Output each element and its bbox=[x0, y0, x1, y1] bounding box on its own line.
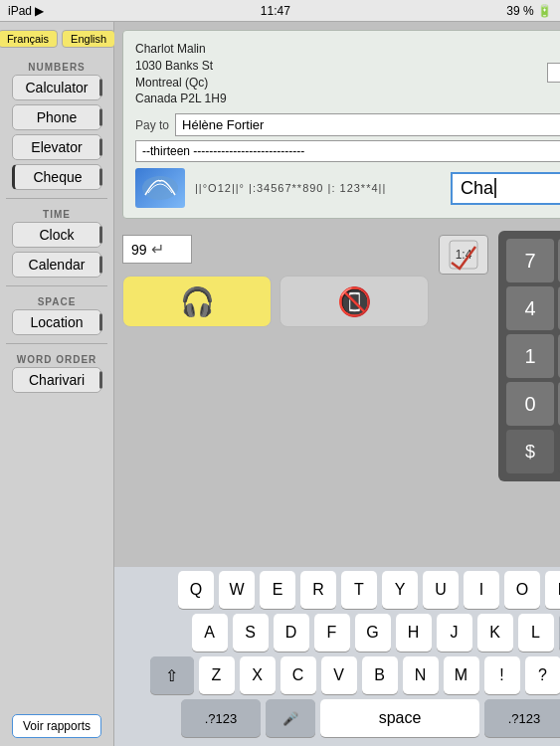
kb-row-1: Q W E R T Y U I O P ⌫ bbox=[116, 571, 560, 609]
check-area: Charlot Malin 1030 Banks St Montreal (Qc… bbox=[122, 30, 560, 219]
key-exclaim[interactable]: ! bbox=[484, 656, 520, 694]
status-right: 39 % 🔋 bbox=[506, 4, 552, 18]
status-left: iPad ▶ bbox=[8, 4, 44, 18]
key-x[interactable]: X bbox=[240, 656, 276, 694]
key-e[interactable]: E bbox=[260, 571, 295, 609]
key-g[interactable]: G bbox=[355, 614, 391, 652]
numpad-dollar[interactable]: $ bbox=[506, 430, 554, 473]
payto-label: Pay to bbox=[135, 118, 169, 132]
sidebar-phone[interactable]: Phone bbox=[12, 104, 101, 130]
section-space-label: SPACE bbox=[0, 296, 113, 307]
key-mic[interactable]: 🎤 bbox=[266, 699, 315, 737]
sidebar-clock[interactable]: Clock bbox=[12, 222, 101, 248]
check-address: Charlot Malin 1030 Banks St Montreal (Qc… bbox=[135, 41, 560, 107]
main-layout: Français English NUMBERS Calculator Phon… bbox=[0, 22, 560, 746]
check-addr3: Canada P2L 1H9 bbox=[135, 91, 560, 107]
numpad-1[interactable]: 1 bbox=[506, 334, 554, 378]
key-q[interactable]: Q bbox=[178, 571, 214, 609]
numpad-0[interactable]: 0 bbox=[506, 382, 554, 426]
key-a[interactable]: A bbox=[192, 614, 228, 652]
content-wrapper: Charlot Malin 1030 Banks St Montreal (Qc… bbox=[114, 22, 560, 746]
key-num-toggle-right[interactable]: .?123 bbox=[484, 699, 560, 737]
divider-1 bbox=[6, 198, 108, 199]
sidebar-elevator[interactable]: Elevator bbox=[12, 134, 101, 160]
key-p[interactable]: P bbox=[545, 571, 560, 609]
num-input-value: 99 bbox=[131, 242, 147, 258]
lang-buttons: Français English bbox=[0, 30, 115, 48]
number-input-box[interactable]: 99 ↵ bbox=[122, 235, 192, 264]
section-time-label: TIME bbox=[0, 209, 113, 220]
lang-en-button[interactable]: English bbox=[62, 30, 115, 48]
key-i[interactable]: I bbox=[464, 571, 499, 609]
arrow-symbol: ↵ bbox=[151, 240, 164, 259]
sidebar-charivari[interactable]: Charivari bbox=[12, 367, 101, 393]
status-bar: iPad ▶ 11:47 39 % 🔋 bbox=[0, 0, 560, 22]
key-z[interactable]: Z bbox=[199, 656, 235, 694]
section-wordorder-label: WORD ORDER bbox=[0, 354, 113, 365]
sidebar-calendar[interactable]: Calendar bbox=[12, 252, 101, 278]
svg-point-0 bbox=[142, 176, 178, 200]
key-h[interactable]: H bbox=[396, 614, 432, 652]
key-l[interactable]: L bbox=[518, 614, 554, 652]
text-cursor bbox=[494, 178, 496, 198]
written-amount-field[interactable]: --thirteen ---------------------------- bbox=[135, 140, 560, 162]
kb-row-4: .?123 🎤 space .?123 ⌨ bbox=[116, 699, 560, 737]
key-o[interactable]: O bbox=[504, 571, 540, 609]
check-name: Charlot Malin bbox=[135, 41, 560, 58]
check-mark-icon: 1:4 bbox=[448, 239, 479, 271]
camera-crossed-button[interactable]: 📵 bbox=[280, 276, 429, 327]
check-logo-row: ||°O12||° |:34567**890 |: 123**4|| Cha bbox=[135, 168, 560, 208]
key-j[interactable]: J bbox=[437, 614, 472, 652]
bank-logo bbox=[135, 168, 185, 208]
key-n[interactable]: N bbox=[403, 656, 439, 694]
check-date-field[interactable]: August 15, 2013 bbox=[547, 63, 560, 83]
key-w[interactable]: W bbox=[219, 571, 255, 609]
payee-field[interactable]: Hélène Fortier bbox=[175, 113, 560, 136]
key-t[interactable]: T bbox=[341, 571, 377, 609]
icon-buttons-row: 🎧 📵 bbox=[122, 276, 429, 327]
check-addr1: 1030 Banks St bbox=[135, 58, 560, 75]
content-area: Charlot Malin 1030 Banks St Montreal (Qc… bbox=[114, 22, 560, 746]
key-m[interactable]: M bbox=[444, 656, 479, 694]
voir-rapports-button[interactable]: Voir rapports bbox=[12, 714, 101, 738]
keyboard: Q W E R T Y U I O P ⌫ A S D F bbox=[114, 567, 560, 746]
sidebar-location[interactable]: Location bbox=[12, 309, 101, 335]
key-question[interactable]: ? bbox=[525, 656, 561, 694]
active-text-input[interactable]: Cha bbox=[451, 172, 560, 205]
num-input-row: 99 ↵ bbox=[122, 235, 429, 264]
left-controls: 99 ↵ 🎧 📵 bbox=[122, 231, 429, 327]
sidebar-calculator[interactable]: Calculator bbox=[12, 75, 101, 100]
check-payto-row: Pay to Hélène Fortier $13.32 bbox=[135, 113, 560, 136]
check-toggle-wrapper: 1:4 bbox=[439, 231, 488, 275]
key-v[interactable]: V bbox=[321, 656, 357, 694]
divider-2 bbox=[6, 285, 108, 286]
key-f[interactable]: F bbox=[314, 614, 350, 652]
key-space[interactable]: space bbox=[320, 699, 479, 737]
check-toggle-button[interactable]: 1:4 bbox=[439, 235, 488, 275]
key-num-toggle-left[interactable]: .?123 bbox=[181, 699, 261, 737]
check-written-row: --thirteen ---------------------------- … bbox=[135, 140, 560, 162]
active-text-input-wrapper: Cha bbox=[451, 172, 560, 205]
key-c[interactable]: C bbox=[280, 656, 316, 694]
sidebar: Français English NUMBERS Calculator Phon… bbox=[0, 22, 114, 746]
kb-row-2: A S D F G H J K L retour bbox=[116, 614, 560, 652]
key-d[interactable]: D bbox=[274, 614, 309, 652]
headset-icon: 🎧 bbox=[180, 285, 215, 318]
key-b[interactable]: B bbox=[362, 656, 398, 694]
status-time: 11:47 bbox=[261, 4, 290, 18]
check-addr2: Montreal (Qc) bbox=[135, 75, 560, 92]
key-y[interactable]: Y bbox=[382, 571, 418, 609]
numpad-row: 99 ↵ 🎧 📵 bbox=[114, 227, 560, 485]
key-s[interactable]: S bbox=[233, 614, 269, 652]
lang-fr-button[interactable]: Français bbox=[0, 30, 58, 48]
headset-button[interactable]: 🎧 bbox=[122, 276, 272, 327]
numpad-7[interactable]: 7 bbox=[506, 239, 554, 282]
numpad-4[interactable]: 4 bbox=[506, 286, 554, 330]
key-k[interactable]: K bbox=[477, 614, 513, 652]
key-u[interactable]: U bbox=[423, 571, 459, 609]
numpad: 7 8 9 4 5 6 1 2 3 0 . , $ bbox=[498, 231, 560, 481]
active-text-value: Cha bbox=[461, 178, 493, 199]
sidebar-cheque[interactable]: Cheque bbox=[12, 164, 101, 190]
key-r[interactable]: R bbox=[300, 571, 336, 609]
key-shift-left[interactable]: ⇧ bbox=[150, 656, 194, 694]
